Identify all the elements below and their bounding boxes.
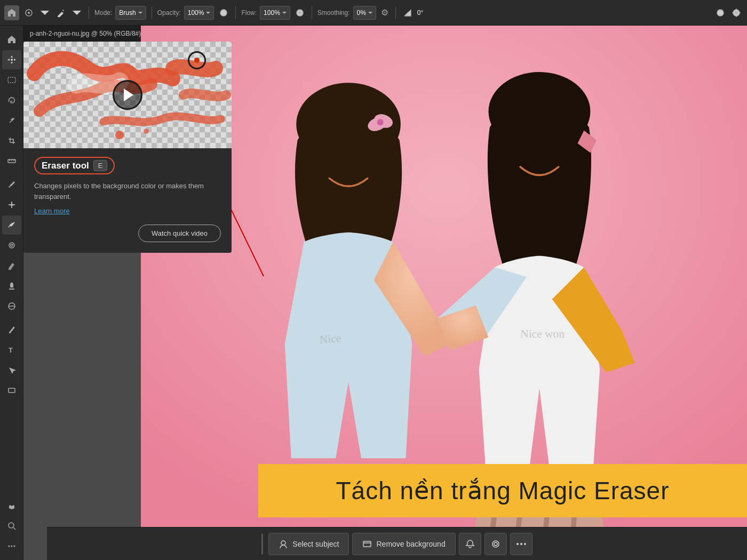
- smoothing-dropdown[interactable]: 0%: [353, 6, 376, 20]
- remove-background-button[interactable]: Remove background: [352, 533, 455, 555]
- lens-icon-button[interactable]: [484, 533, 507, 555]
- canvas-area[interactable]: p-anh-2-nguoi-nu.jpg @ 50% (RGB/8#) * ✕: [23, 26, 747, 560]
- opacity-value: 100%: [188, 9, 204, 17]
- cursor-indicator: [188, 51, 206, 69]
- document-tab[interactable]: p-anh-2-nguoi-nu.jpg @ 50% (RGB/8#) * ✕: [23, 26, 161, 41]
- svg-text:Nice: Nice: [319, 332, 341, 346]
- sidebar-tool-home[interactable]: [2, 30, 21, 49]
- bottom-action-bar: Select subject Remove background: [47, 527, 747, 560]
- left-sidebar: T: [0, 26, 23, 560]
- flow-dropdown[interactable]: 100%: [260, 6, 290, 20]
- svg-point-25: [8, 546, 10, 547]
- brush-dropdown-arrow[interactable]: [38, 6, 51, 19]
- more-options-icon: [516, 543, 526, 545]
- svg-rect-49: [363, 541, 371, 547]
- smoothing-value: 0%: [357, 9, 366, 17]
- separator-3: [235, 6, 236, 19]
- separator-5: [395, 6, 396, 19]
- sidebar-tool-zoom[interactable]: [2, 516, 21, 535]
- remove-background-icon: [362, 539, 372, 549]
- flow-label: Flow:: [241, 9, 257, 17]
- video-play-button[interactable]: [113, 80, 142, 110]
- select-subject-icon: [279, 539, 288, 549]
- svg-point-27: [13, 546, 15, 547]
- brush-selector[interactable]: [22, 6, 35, 19]
- svg-point-36: [377, 119, 384, 125]
- sidebar-tool-path-select[interactable]: [2, 361, 21, 380]
- sidebar-tool-magic-wand[interactable]: [2, 111, 21, 130]
- separator-1: [89, 6, 89, 19]
- svg-point-54: [524, 543, 526, 545]
- cursor-dot: [194, 58, 200, 63]
- smoothing-gear-icon[interactable]: ⚙: [379, 7, 390, 18]
- target-icon[interactable]: [730, 6, 743, 19]
- tooltip-description: Changes pixels to the background color o…: [34, 181, 221, 202]
- select-subject-label: Select subject: [292, 540, 339, 548]
- tooltip-video-preview: [23, 42, 232, 148]
- brush-dropdown2-arrow[interactable]: [70, 6, 83, 19]
- sidebar-tool-clone[interactable]: [2, 236, 21, 255]
- sidebar-tool-brush[interactable]: [2, 215, 21, 235]
- svg-rect-22: [9, 388, 15, 393]
- separator-2: [152, 6, 152, 19]
- yellow-banner-text: Tách nền trắng Magic Eraser: [336, 476, 669, 505]
- svg-point-51: [494, 542, 497, 546]
- sidebar-tool-fill[interactable]: [2, 276, 21, 295]
- sidebar-tool-move[interactable]: [2, 50, 21, 69]
- brush-mode-icon[interactable]: [54, 6, 67, 19]
- mode-label: Mode:: [94, 9, 112, 17]
- opacity-dropdown[interactable]: 100%: [184, 6, 214, 20]
- sidebar-tool-crop[interactable]: [2, 131, 21, 150]
- remove-background-label: Remove background: [376, 540, 445, 548]
- canvas-photo-frame[interactable]: Nice Nice won Tách nền trắng Magic Erase…: [141, 26, 747, 560]
- eraser-tooltip-popup: Eraser tool E Changes pixels to the back…: [23, 42, 232, 253]
- sidebar-tool-eraser[interactable]: [2, 256, 21, 275]
- top-toolbar: Mode: Brush Opacity: 100% Flow: 100% Smo…: [0, 0, 747, 26]
- lens-icon: [491, 539, 500, 549]
- sidebar-tool-pen[interactable]: [2, 320, 21, 339]
- sidebar-tool-shape[interactable]: [2, 381, 21, 400]
- watch-quick-video-button[interactable]: Watch quick video: [138, 225, 221, 242]
- smoothing-label: Smoothing:: [317, 9, 350, 17]
- sidebar-tool-more[interactable]: [2, 537, 21, 556]
- tooltip-title: Eraser tool: [42, 161, 89, 171]
- svg-point-18: [11, 244, 13, 246]
- tooltip-content: Eraser tool E Changes pixels to the back…: [23, 148, 232, 253]
- svg-text:T: T: [9, 346, 13, 354]
- main-area: T p-anh-2-nguoi-nu.jpg @ 50% (RGB/8#) * …: [0, 26, 747, 560]
- sidebar-tool-healing[interactable]: [2, 195, 21, 214]
- sidebar-tool-type[interactable]: T: [2, 340, 21, 359]
- mode-dropdown[interactable]: Brush: [115, 6, 146, 20]
- svg-point-52: [516, 543, 519, 545]
- sidebar-tool-lasso[interactable]: [2, 91, 21, 110]
- angle-value: 0°: [417, 9, 423, 17]
- svg-point-20: [13, 327, 14, 329]
- svg-point-6: [735, 12, 737, 14]
- more-options-button[interactable]: [510, 533, 533, 555]
- tooltip-title-row: Eraser tool E: [34, 157, 221, 174]
- opacity-icon[interactable]: [217, 6, 230, 19]
- opacity-label: Opacity:: [157, 9, 181, 17]
- sidebar-tool-hand[interactable]: [2, 496, 21, 515]
- tooltip-title-border: Eraser tool E: [34, 157, 115, 174]
- tab-filename: p-anh-2-nguoi-nu.jpg @ 50% (RGB/8#) *: [30, 30, 145, 37]
- svg-point-23: [9, 523, 14, 528]
- history-icon[interactable]: [714, 6, 727, 19]
- yellow-banner: Tách nền trắng Magic Eraser: [258, 464, 747, 517]
- angle-icon[interactable]: [401, 6, 414, 19]
- tooltip-learn-more-link[interactable]: Learn more: [34, 207, 221, 215]
- bell-icon-button[interactable]: [459, 533, 481, 555]
- svg-point-53: [520, 543, 522, 545]
- select-subject-button[interactable]: Select subject: [268, 533, 349, 555]
- ps-home-icon[interactable]: [4, 5, 19, 20]
- tooltip-shortcut-key: E: [93, 160, 108, 171]
- flow-value: 100%: [264, 9, 280, 17]
- separator-4: [312, 6, 312, 19]
- sidebar-tool-select-rect[interactable]: [2, 70, 21, 90]
- sidebar-tool-dodge[interactable]: [2, 297, 21, 316]
- sidebar-tool-eyedropper[interactable]: [2, 175, 21, 194]
- flow-icon[interactable]: [293, 6, 306, 19]
- sidebar-tool-measure[interactable]: [2, 151, 21, 171]
- svg-text:Nice won: Nice won: [520, 327, 565, 340]
- svg-point-26: [11, 546, 12, 547]
